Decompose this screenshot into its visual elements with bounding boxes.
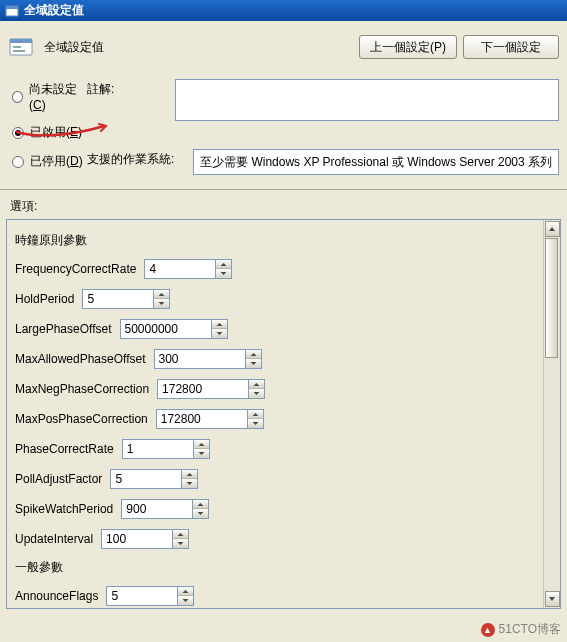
param-label: PollAdjustFactor [15, 472, 102, 486]
spin-down-icon[interactable] [212, 329, 227, 338]
SpikeWatchPeriod-input[interactable] [122, 500, 192, 518]
param-row-FrequencyCorrectRate: FrequencyCorrectRate [15, 259, 535, 279]
HoldPeriod-input[interactable] [83, 290, 153, 308]
UpdateInterval-spinner[interactable] [101, 529, 189, 549]
radio-icon [12, 156, 24, 168]
MaxPosPhaseCorrection-input[interactable] [157, 410, 247, 428]
prev-setting-button[interactable]: 上一個設定(P) [359, 35, 457, 59]
section-general: 一般參數 [15, 559, 535, 576]
param-label: AnnounceFlags [15, 589, 98, 603]
radio-disabled[interactable]: 已停用(D) [12, 153, 87, 170]
param-row-MaxAllowedPhaseOffset: MaxAllowedPhaseOffset [15, 349, 535, 369]
spin-down-icon[interactable] [249, 389, 264, 398]
header-panel: 全域設定值 上一個設定(P) 下一個設定 尚未設定(C) 已啟用(E) 已停用(… [0, 21, 567, 190]
LargePhaseOffset-spinner[interactable] [120, 319, 228, 339]
radio-enabled[interactable]: 已啟用(E) [12, 124, 87, 141]
FrequencyCorrectRate-input[interactable] [145, 260, 215, 278]
spin-down-icon[interactable] [154, 299, 169, 308]
watermark-icon: ▲ [481, 623, 495, 637]
param-row-MaxNegPhaseCorrection: MaxNegPhaseCorrection [15, 379, 535, 399]
param-row-SpikeWatchPeriod: SpikeWatchPeriod [15, 499, 535, 519]
param-label: MaxNegPhaseCorrection [15, 382, 149, 396]
scroll-up-button[interactable] [545, 221, 560, 237]
spin-up-icon[interactable] [249, 380, 264, 389]
MaxNegPhaseCorrection-spinner[interactable] [157, 379, 265, 399]
param-row-HoldPeriod: HoldPeriod [15, 289, 535, 309]
HoldPeriod-spinner[interactable] [82, 289, 170, 309]
PollAdjustFactor-input[interactable] [111, 470, 181, 488]
svg-rect-3 [10, 39, 32, 43]
param-label: UpdateInterval [15, 532, 93, 546]
param-row-PhaseCorrectRate: PhaseCorrectRate [15, 439, 535, 459]
title-bar: 全域設定值 [0, 0, 567, 21]
AnnounceFlags-spinner[interactable] [106, 586, 194, 606]
radio-label: 已停用(D) [30, 153, 83, 170]
scroll-down-button[interactable] [545, 591, 560, 607]
svg-rect-4 [13, 46, 21, 48]
spin-up-icon[interactable] [178, 587, 193, 596]
comment-label: 註解: [87, 79, 169, 98]
radio-icon [12, 91, 23, 103]
spin-down-icon[interactable] [246, 359, 261, 368]
spin-down-icon[interactable] [173, 539, 188, 548]
watermark: ▲ 51CTO博客 [481, 621, 561, 638]
spin-up-icon[interactable] [246, 350, 261, 359]
scroll-track[interactable] [544, 238, 560, 590]
comment-textarea[interactable] [175, 79, 559, 121]
spin-up-icon[interactable] [248, 410, 263, 419]
param-row-UpdateInterval: UpdateInterval [15, 529, 535, 549]
param-label: SpikeWatchPeriod [15, 502, 113, 516]
PhaseCorrectRate-input[interactable] [123, 440, 193, 458]
param-label: PhaseCorrectRate [15, 442, 114, 456]
settings-icon [8, 36, 36, 58]
MaxPosPhaseCorrection-spinner[interactable] [156, 409, 264, 429]
state-radio-group: 尚未設定(C) 已啟用(E) 已停用(D) [8, 73, 87, 175]
radio-icon [12, 127, 24, 139]
FrequencyCorrectRate-spinner[interactable] [144, 259, 232, 279]
spin-up-icon[interactable] [182, 470, 197, 479]
MaxAllowedPhaseOffset-input[interactable] [155, 350, 245, 368]
radio-label: 尚未設定(C) [29, 81, 87, 112]
page-title: 全域設定值 [44, 39, 104, 56]
MaxAllowedPhaseOffset-spinner[interactable] [154, 349, 262, 369]
param-label: HoldPeriod [15, 292, 74, 306]
spin-up-icon[interactable] [193, 500, 208, 509]
param-row-LargePhaseOffset: LargePhaseOffset [15, 319, 535, 339]
spin-down-icon[interactable] [248, 419, 263, 428]
radio-not-configured[interactable]: 尚未設定(C) [12, 81, 87, 112]
param-label: FrequencyCorrectRate [15, 262, 136, 276]
PollAdjustFactor-spinner[interactable] [110, 469, 198, 489]
radio-label: 已啟用(E) [30, 124, 82, 141]
supported-os-box[interactable]: 至少需要 Windows XP Professional 或 Windows S… [193, 149, 559, 175]
PhaseCorrectRate-spinner[interactable] [122, 439, 210, 459]
spin-up-icon[interactable] [216, 260, 231, 269]
options-panel: 時鐘原則參數 FrequencyCorrectRate HoldPeriod L… [6, 219, 561, 609]
spin-down-icon[interactable] [194, 449, 209, 458]
scroll-thumb[interactable] [545, 238, 558, 358]
param-label: MaxAllowedPhaseOffset [15, 352, 146, 366]
spin-down-icon[interactable] [193, 509, 208, 518]
window-title: 全域設定值 [24, 2, 84, 19]
next-setting-button[interactable]: 下一個設定 [463, 35, 559, 59]
section-clock-policy: 時鐘原則參數 [15, 232, 535, 249]
spin-up-icon[interactable] [173, 530, 188, 539]
AnnounceFlags-input[interactable] [107, 587, 177, 605]
spin-down-icon[interactable] [178, 596, 193, 605]
spin-down-icon[interactable] [216, 269, 231, 278]
SpikeWatchPeriod-spinner[interactable] [121, 499, 209, 519]
spin-up-icon[interactable] [194, 440, 209, 449]
param-row-PollAdjustFactor: PollAdjustFactor [15, 469, 535, 489]
scrollbar[interactable] [543, 220, 560, 608]
param-row-AnnounceFlags: AnnounceFlags [15, 586, 535, 606]
param-label: LargePhaseOffset [15, 322, 112, 336]
spin-down-icon[interactable] [182, 479, 197, 488]
window-icon [4, 3, 20, 19]
MaxNegPhaseCorrection-input[interactable] [158, 380, 248, 398]
spin-up-icon[interactable] [154, 290, 169, 299]
UpdateInterval-input[interactable] [102, 530, 172, 548]
svg-rect-1 [6, 6, 18, 9]
supported-os-label: 支援的作業系統: [87, 149, 187, 168]
spin-up-icon[interactable] [212, 320, 227, 329]
LargePhaseOffset-input[interactable] [121, 320, 211, 338]
param-row-MaxPosPhaseCorrection: MaxPosPhaseCorrection [15, 409, 535, 429]
